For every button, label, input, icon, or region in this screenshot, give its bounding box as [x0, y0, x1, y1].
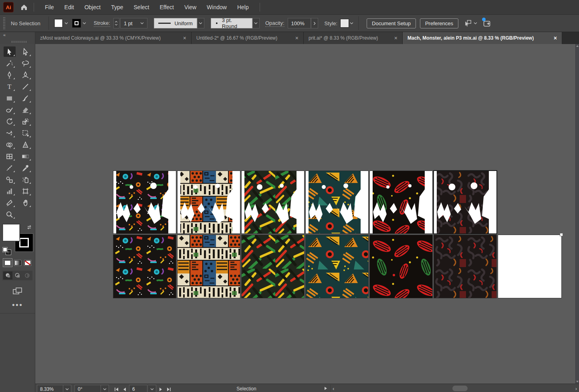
illustrator-logo[interactable]: Ai	[3, 2, 14, 12]
scroll-down-icon[interactable]	[576, 381, 579, 382]
fill-color-well[interactable]	[53, 18, 71, 28]
vertical-scrollbar[interactable]	[575, 44, 579, 384]
gradient-button[interactable]	[13, 259, 22, 267]
opacity-label[interactable]: Opacity:	[265, 20, 284, 27]
menu-help[interactable]: Help	[232, 4, 254, 10]
selection-handle[interactable]	[560, 233, 563, 236]
fill-swatch[interactable]	[54, 19, 63, 27]
tool-free-transform[interactable]	[20, 128, 32, 138]
tool-type[interactable]: T	[4, 81, 16, 92]
document-tab-1[interactable]: zMost wanted Colorways.ai @ 33.33 % (CMY…	[35, 32, 192, 44]
artboard-3[interactable]	[242, 171, 304, 233]
menu-select[interactable]: Select	[129, 4, 155, 10]
tool-selection[interactable]	[4, 46, 16, 57]
tool-eyedropper[interactable]	[20, 163, 32, 173]
none-button[interactable]	[23, 259, 32, 267]
opacity-field[interactable]: 100%	[288, 18, 311, 28]
tool-lasso[interactable]	[20, 58, 32, 68]
artboard-8[interactable]	[178, 235, 240, 298]
tool-hand[interactable]	[20, 197, 32, 208]
menu-effect[interactable]: Effect	[154, 4, 179, 10]
tool-slice[interactable]	[4, 197, 16, 208]
artboard-5[interactable]	[370, 171, 432, 233]
width-profile-dropdown[interactable]: Uniform	[154, 18, 197, 28]
menu-object[interactable]: Object	[79, 4, 106, 10]
color-button[interactable]	[3, 259, 12, 267]
artboard-number-chevron[interactable]	[148, 385, 156, 392]
first-artboard-button[interactable]	[113, 386, 120, 392]
artboard-2[interactable]	[178, 171, 240, 233]
artboard-10[interactable]	[306, 235, 368, 298]
tool-line-segment[interactable]	[20, 81, 32, 92]
menu-edit[interactable]: Edit	[59, 4, 79, 10]
next-artboard-button[interactable]	[157, 386, 164, 392]
default-fill-stroke-icon[interactable]	[3, 247, 11, 255]
artboard-11[interactable]	[370, 235, 432, 298]
scroll-right-icon[interactable]: ›	[575, 385, 577, 392]
menu-view[interactable]: View	[179, 4, 202, 10]
screen-mode-button[interactable]	[0, 287, 35, 296]
previous-artboard-button[interactable]	[121, 386, 128, 392]
artboard-6[interactable]	[434, 171, 496, 233]
brush-chevron[interactable]	[252, 18, 260, 28]
tool-column-graph[interactable]	[4, 186, 16, 196]
tab-close-icon[interactable]: ×	[295, 35, 299, 41]
home-button[interactable]	[20, 4, 28, 11]
tool-direct-selection[interactable]	[20, 46, 32, 57]
tool-blend[interactable]	[4, 174, 16, 185]
artboard-12[interactable]	[434, 235, 496, 298]
stroke-label[interactable]: Stroke:	[94, 20, 110, 27]
rotation-field[interactable]: 0°	[75, 385, 101, 392]
tool-measure[interactable]	[4, 163, 16, 173]
scrollbar-thumb[interactable]	[452, 386, 468, 391]
document-tab-3[interactable]: prit.ai* @ 8.33 % (RGB/Preview)×	[304, 32, 403, 44]
tool-zoom[interactable]	[4, 209, 16, 219]
tool-rectangle[interactable]	[4, 93, 16, 103]
generative-recolor-button[interactable]	[483, 19, 491, 27]
chevron-down-icon[interactable]	[64, 20, 69, 26]
tool-rotate[interactable]	[4, 116, 16, 127]
fill-color-indicator[interactable]	[3, 224, 20, 241]
tool-scale[interactable]	[20, 116, 32, 127]
swap-fill-stroke-icon[interactable]	[27, 224, 32, 231]
draw-behind-button[interactable]	[13, 271, 22, 279]
zoom-level-field[interactable]: 8.33%	[37, 385, 63, 392]
artboard-4[interactable]	[306, 171, 368, 233]
tool-width[interactable]	[4, 128, 16, 138]
rotation-chevron[interactable]	[101, 385, 109, 392]
scroll-left-icon[interactable]: ‹	[333, 385, 334, 392]
tool-gradient[interactable]	[20, 151, 32, 161]
tab-close-icon[interactable]: ×	[554, 35, 557, 41]
menu-window[interactable]: Window	[202, 4, 232, 10]
status-display[interactable]: Selection	[196, 385, 297, 392]
tab-close-icon[interactable]: ×	[183, 35, 186, 41]
edit-toolbar-icon[interactable]: ●●●	[0, 302, 35, 308]
artboard-1[interactable]	[113, 171, 176, 233]
menu-file[interactable]: File	[40, 4, 59, 10]
artboard-9[interactable]	[242, 235, 304, 298]
tool-curvature[interactable]	[20, 70, 32, 80]
width-profile-chevron[interactable]	[197, 18, 204, 28]
horizontal-scrollbar[interactable]: ‹ ›	[330, 385, 579, 392]
artboard-number-field[interactable]: 6	[129, 385, 147, 392]
toolbar-grip[interactable]	[12, 41, 27, 43]
preferences-button[interactable]: Preferences	[420, 18, 458, 28]
tool-shape-builder[interactable]	[4, 139, 16, 150]
document-tab-4[interactable]: Mach, Monster, alein P3 mix.ai @ 8.33 % …	[403, 32, 562, 44]
tool-eraser[interactable]	[20, 105, 32, 115]
stroke-color-well[interactable]	[71, 18, 89, 28]
tool-symbol-sprayer[interactable]	[20, 174, 32, 185]
document-tab-2[interactable]: Untitled-2* @ 16.67 % (RGB/Preview)×	[192, 32, 304, 44]
chevron-down-icon[interactable]	[82, 20, 87, 26]
menu-type[interactable]: Type	[106, 4, 128, 10]
collapse-panel-icon[interactable]: «	[3, 33, 35, 37]
tab-close-icon[interactable]: ×	[394, 35, 397, 41]
tool-artboard[interactable]	[20, 186, 32, 196]
zoom-level-chevron[interactable]	[63, 385, 71, 392]
document-setup-button[interactable]: Document Setup	[367, 18, 416, 28]
stroke-swatch[interactable]	[73, 19, 81, 27]
panel-grip[interactable]	[3, 17, 5, 29]
artboard-7[interactable]	[113, 235, 176, 298]
tool-paintbrush[interactable]	[20, 93, 32, 103]
tool-pen[interactable]	[4, 70, 16, 80]
